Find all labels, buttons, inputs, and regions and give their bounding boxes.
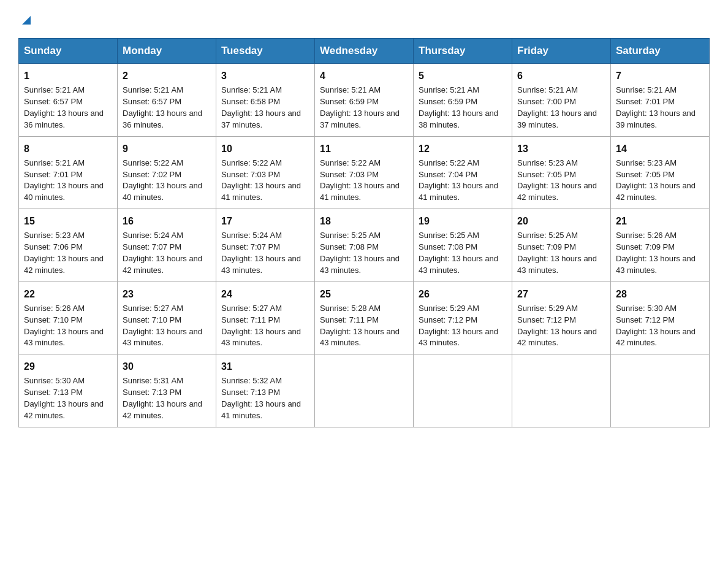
calendar-header-row: SundayMondayTuesdayWednesdayThursdayFrid… — [19, 39, 710, 64]
daylight-info: Daylight: 13 hours and 41 minutes. — [221, 181, 301, 202]
daylight-info: Daylight: 13 hours and 43 minutes. — [616, 254, 696, 275]
calendar-cell: 26Sunrise: 5:29 AMSunset: 7:12 PMDayligh… — [414, 282, 512, 354]
day-number: 23 — [123, 287, 211, 301]
daylight-info: Daylight: 13 hours and 43 minutes. — [221, 327, 301, 348]
sunrise-info: Sunrise: 5:21 AM — [221, 85, 282, 94]
sunrise-info: Sunrise: 5:21 AM — [24, 158, 85, 167]
column-header-monday: Monday — [118, 39, 216, 64]
day-number: 11 — [320, 142, 408, 156]
day-number: 20 — [517, 214, 605, 228]
sunset-info: Sunset: 7:01 PM — [24, 170, 83, 179]
calendar-cell: 13Sunrise: 5:23 AMSunset: 7:05 PMDayligh… — [512, 136, 611, 209]
sunrise-info: Sunrise: 5:28 AM — [320, 304, 381, 313]
daylight-info: Daylight: 13 hours and 42 minutes. — [24, 399, 104, 420]
calendar-cell — [315, 354, 414, 427]
column-header-friday: Friday — [512, 39, 611, 64]
sunset-info: Sunset: 7:13 PM — [123, 388, 181, 397]
day-number: 27 — [517, 287, 605, 301]
sunrise-info: Sunrise: 5:21 AM — [419, 85, 479, 94]
day-number: 18 — [320, 214, 408, 228]
column-header-thursday: Thursday — [414, 39, 512, 64]
sunrise-info: Sunrise: 5:30 AM — [24, 376, 85, 385]
calendar-week-row: 1Sunrise: 5:21 AMSunset: 6:57 PMDaylight… — [19, 64, 710, 137]
day-number: 22 — [24, 287, 112, 301]
sunset-info: Sunset: 6:59 PM — [419, 97, 477, 106]
calendar-cell: 16Sunrise: 5:24 AMSunset: 7:07 PMDayligh… — [118, 209, 216, 282]
sunset-info: Sunset: 7:04 PM — [419, 170, 477, 179]
calendar-cell: 25Sunrise: 5:28 AMSunset: 7:11 PMDayligh… — [315, 282, 414, 354]
calendar-week-row: 8Sunrise: 5:21 AMSunset: 7:01 PMDaylight… — [19, 136, 710, 209]
calendar-cell: 31Sunrise: 5:32 AMSunset: 7:13 PMDayligh… — [216, 354, 315, 427]
sunset-info: Sunset: 7:01 PM — [616, 97, 675, 106]
calendar-week-row: 29Sunrise: 5:30 AMSunset: 7:13 PMDayligh… — [19, 354, 710, 427]
sunrise-info: Sunrise: 5:21 AM — [517, 85, 578, 94]
sunset-info: Sunset: 7:11 PM — [221, 315, 280, 324]
calendar-cell — [414, 354, 512, 427]
calendar-cell: 10Sunrise: 5:22 AMSunset: 7:03 PMDayligh… — [216, 136, 315, 209]
day-number: 19 — [419, 214, 507, 228]
column-header-saturday: Saturday — [611, 39, 710, 64]
sunset-info: Sunset: 7:10 PM — [24, 315, 83, 324]
daylight-info: Daylight: 13 hours and 43 minutes. — [24, 327, 104, 348]
calendar-cell: 8Sunrise: 5:21 AMSunset: 7:01 PMDaylight… — [19, 136, 118, 209]
day-number: 13 — [517, 142, 605, 156]
sunrise-info: Sunrise: 5:23 AM — [517, 158, 578, 167]
daylight-info: Daylight: 13 hours and 39 minutes. — [616, 109, 696, 129]
day-number: 1 — [24, 69, 112, 83]
calendar-table: SundayMondayTuesdayWednesdayThursdayFrid… — [18, 38, 710, 427]
daylight-info: Daylight: 13 hours and 42 minutes. — [616, 181, 696, 202]
daylight-info: Daylight: 13 hours and 43 minutes. — [419, 254, 498, 275]
day-number: 31 — [221, 359, 309, 373]
calendar-week-row: 15Sunrise: 5:23 AMSunset: 7:06 PMDayligh… — [19, 209, 710, 282]
calendar-week-row: 22Sunrise: 5:26 AMSunset: 7:10 PMDayligh… — [19, 282, 710, 354]
calendar-cell: 17Sunrise: 5:24 AMSunset: 7:07 PMDayligh… — [216, 209, 315, 282]
sunset-info: Sunset: 7:08 PM — [419, 242, 477, 251]
sunrise-info: Sunrise: 5:29 AM — [419, 304, 479, 313]
day-number: 25 — [320, 287, 408, 301]
sunrise-info: Sunrise: 5:21 AM — [24, 85, 85, 94]
svg-marker-0 — [22, 16, 31, 25]
sunset-info: Sunset: 6:58 PM — [221, 97, 280, 106]
day-number: 21 — [616, 214, 704, 228]
day-number: 6 — [517, 69, 605, 83]
calendar-cell: 5Sunrise: 5:21 AMSunset: 6:59 PMDaylight… — [414, 64, 512, 137]
day-number: 16 — [123, 214, 211, 228]
calendar-cell — [611, 354, 710, 427]
daylight-info: Daylight: 13 hours and 43 minutes. — [419, 327, 498, 348]
sunrise-info: Sunrise: 5:32 AM — [221, 376, 282, 385]
sunrise-info: Sunrise: 5:26 AM — [616, 231, 677, 240]
sunrise-info: Sunrise: 5:25 AM — [517, 231, 578, 240]
page-header — [18, 12, 710, 27]
daylight-info: Daylight: 13 hours and 42 minutes. — [517, 181, 597, 202]
daylight-info: Daylight: 13 hours and 42 minutes. — [123, 399, 202, 420]
daylight-info: Daylight: 13 hours and 37 minutes. — [221, 109, 301, 129]
sunset-info: Sunset: 7:05 PM — [517, 170, 576, 179]
sunrise-info: Sunrise: 5:21 AM — [320, 85, 381, 94]
day-number: 10 — [221, 142, 309, 156]
daylight-info: Daylight: 13 hours and 37 minutes. — [320, 109, 400, 129]
calendar-cell: 15Sunrise: 5:23 AMSunset: 7:06 PMDayligh… — [19, 209, 118, 282]
daylight-info: Daylight: 13 hours and 42 minutes. — [123, 254, 202, 275]
daylight-info: Daylight: 13 hours and 43 minutes. — [320, 327, 400, 348]
day-number: 9 — [123, 142, 211, 156]
daylight-info: Daylight: 13 hours and 43 minutes. — [123, 327, 202, 348]
calendar-cell: 6Sunrise: 5:21 AMSunset: 7:00 PMDaylight… — [512, 64, 611, 137]
column-header-tuesday: Tuesday — [216, 39, 315, 64]
calendar-cell: 24Sunrise: 5:27 AMSunset: 7:11 PMDayligh… — [216, 282, 315, 354]
calendar-cell: 27Sunrise: 5:29 AMSunset: 7:12 PMDayligh… — [512, 282, 611, 354]
daylight-info: Daylight: 13 hours and 43 minutes. — [320, 254, 400, 275]
calendar-cell: 22Sunrise: 5:26 AMSunset: 7:10 PMDayligh… — [19, 282, 118, 354]
day-number: 17 — [221, 214, 309, 228]
calendar-cell: 20Sunrise: 5:25 AMSunset: 7:09 PMDayligh… — [512, 209, 611, 282]
day-number: 5 — [419, 69, 507, 83]
calendar-cell: 23Sunrise: 5:27 AMSunset: 7:10 PMDayligh… — [118, 282, 216, 354]
sunrise-info: Sunrise: 5:21 AM — [616, 85, 677, 94]
sunrise-info: Sunrise: 5:23 AM — [24, 231, 85, 240]
daylight-info: Daylight: 13 hours and 41 minutes. — [320, 181, 400, 202]
calendar-cell: 21Sunrise: 5:26 AMSunset: 7:09 PMDayligh… — [611, 209, 710, 282]
sunset-info: Sunset: 7:00 PM — [517, 97, 576, 106]
calendar-cell: 1Sunrise: 5:21 AMSunset: 6:57 PMDaylight… — [19, 64, 118, 137]
sunrise-info: Sunrise: 5:25 AM — [320, 231, 381, 240]
sunrise-info: Sunrise: 5:22 AM — [123, 158, 183, 167]
sunset-info: Sunset: 7:09 PM — [616, 242, 675, 251]
